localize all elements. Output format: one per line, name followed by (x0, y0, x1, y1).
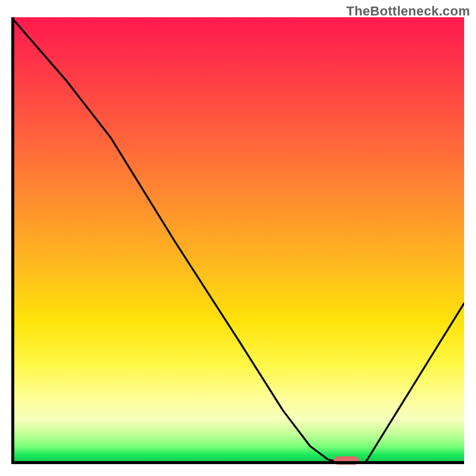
plot-area (11, 17, 464, 464)
line-series (11, 17, 464, 464)
optimal-marker (334, 456, 359, 465)
chart-container: TheBottleneck.com (0, 0, 476, 476)
